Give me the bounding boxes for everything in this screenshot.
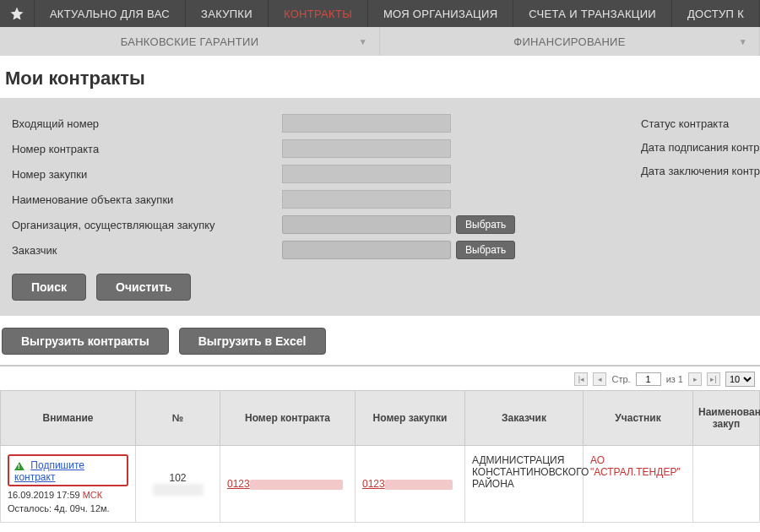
purchase-number-prefix: 0123 [362, 478, 385, 490]
incoming-number-input[interactable] [282, 114, 451, 133]
cell-contract-number: 0123 [220, 446, 356, 523]
datetime-value: 16.09.2019 17:59 [8, 490, 80, 500]
pager-next-button[interactable]: ▸ [688, 372, 702, 386]
redacted-contract-number [250, 480, 343, 490]
label-purchase-number: Номер закупки [12, 168, 282, 181]
col-customer[interactable]: Заказчик [465, 391, 584, 446]
export-excel-button[interactable]: Выгрузить в Excel [179, 328, 326, 355]
pager-page-prefix: Стр. [611, 374, 630, 384]
contract-number-input[interactable] [282, 139, 451, 158]
label-customer: Заказчик [12, 244, 282, 257]
table-header-row: Внимание № Номер контракта Номер закупки… [1, 391, 760, 446]
customer-display [282, 241, 451, 259]
col-attention[interactable]: Внимание [1, 391, 136, 446]
contract-number-prefix: 0123 [227, 478, 250, 490]
contracts-table: Внимание № Номер контракта Номер закупки… [0, 390, 760, 523]
row-number-value: 102 [169, 472, 186, 484]
nav-item-contracts[interactable]: КОНТРАКТЫ [269, 0, 368, 27]
purchase-number-link[interactable]: 0123 [362, 478, 453, 490]
table-row: Подпишите контракт 16.09.2019 17:59 МСК … [1, 446, 760, 523]
chevron-down-icon: ▼ [359, 37, 367, 46]
pager-per-page-select[interactable]: 10 [725, 372, 755, 387]
label-contract-status: Статус контракта [641, 111, 760, 135]
filter-right-labels: Статус контракта Дата подписания контр Д… [641, 98, 760, 182]
contract-number-link[interactable]: 0123 [227, 478, 343, 490]
label-incoming-number: Входящий номер [12, 117, 282, 130]
pager: |◂ ◂ Стр. из 1 ▸ ▸| 10 [0, 366, 760, 390]
subnav-tab-financing[interactable]: ФИНАНСИРОВАНИЕ ▼ [380, 27, 760, 56]
nav-item-actual[interactable]: АКТУАЛЬНО ДЛЯ ВАС [35, 0, 186, 27]
sub-nav: БАНКОВСКИЕ ГАРАНТИИ ▼ ФИНАНСИРОВАНИЕ ▼ [0, 27, 760, 56]
nav-item-purchases[interactable]: ЗАКУПКИ [186, 0, 269, 27]
col-participant[interactable]: Участник [584, 391, 693, 446]
subnav-tab-label: БАНКОВСКИЕ ГАРАНТИИ [121, 35, 259, 48]
col-number[interactable]: № [136, 391, 220, 446]
warning-icon [14, 462, 24, 470]
label-object-name: Наименование объекта закупки [12, 193, 282, 206]
nav-item-access[interactable]: ДОСТУП К [672, 0, 760, 27]
export-row: Выгрузить контракты Выгрузить в Excel [0, 316, 760, 360]
attention-datetime: 16.09.2019 17:59 МСК [8, 490, 128, 500]
pager-page-input[interactable] [636, 372, 661, 386]
subnav-tab-guarantees[interactable]: БАНКОВСКИЕ ГАРАНТИИ ▼ [0, 27, 380, 56]
purchasing-org-display [282, 215, 451, 234]
redacted-purchase-number [385, 480, 453, 490]
export-contracts-button[interactable]: Выгрузить контракты [2, 328, 169, 355]
timezone-value: МСК [83, 490, 103, 500]
pager-page-suffix: из 1 [666, 374, 683, 384]
col-contract-number[interactable]: Номер контракта [220, 391, 356, 446]
object-name-input[interactable] [282, 190, 451, 209]
cell-object-name [693, 446, 760, 523]
label-purchasing-org: Организация, осуществляющая закупку [12, 219, 282, 231]
nav-item-accounts[interactable]: СЧЕТА И ТРАНЗАКЦИИ [513, 0, 672, 27]
purchase-number-input[interactable] [282, 165, 451, 183]
cell-purchase-number: 0123 [356, 446, 465, 523]
cell-attention: Подпишите контракт 16.09.2019 17:59 МСК … [1, 446, 136, 523]
attention-callout: Подпишите контракт [8, 454, 128, 486]
pager-prev-button[interactable]: ◂ [593, 372, 606, 386]
subnav-tab-label: ФИНАНСИРОВАНИЕ [513, 35, 625, 48]
col-purchase-number[interactable]: Номер закупки [356, 391, 465, 446]
pager-last-button[interactable]: ▸| [707, 372, 720, 386]
search-button[interactable]: Поиск [12, 274, 86, 301]
participant-link[interactable]: АО "АСТРАЛ.ТЕНДЕР" [590, 454, 681, 478]
choose-customer-button[interactable]: Выбрать [456, 241, 515, 259]
label-contract-number: Номер контракта [12, 143, 282, 155]
sign-contract-link[interactable]: Подпишите контракт [14, 459, 84, 483]
top-nav: АКТУАЛЬНО ДЛЯ ВАС ЗАКУПКИ КОНТРАКТЫ МОЯ … [0, 0, 760, 27]
chevron-down-icon: ▼ [739, 37, 747, 46]
label-sign-date: Дата подписания контр [641, 135, 760, 159]
page-title: Мои контракты [0, 56, 760, 98]
pager-first-button[interactable]: |◂ [574, 372, 588, 386]
attention-remaining: Осталось: 4д. 09ч. 12м. [8, 503, 128, 513]
star-icon[interactable] [0, 0, 35, 27]
clear-button[interactable]: Очистить [96, 274, 191, 301]
cell-number: 102 [136, 446, 220, 523]
cell-customer: АДМИНИСТРАЦИЯ КОНСТАНТИНОВСКОГО РАЙОНА [465, 446, 584, 523]
redacted-number [153, 484, 204, 496]
cell-participant: АО "АСТРАЛ.ТЕНДЕР" [584, 446, 693, 523]
label-conclude-date: Дата заключения контр [641, 159, 760, 182]
col-object-name[interactable]: Наименование закуп [693, 391, 760, 446]
nav-item-my-org[interactable]: МОЯ ОРГАНИЗАЦИЯ [368, 0, 513, 27]
choose-purchasing-org-button[interactable]: Выбрать [456, 215, 515, 234]
